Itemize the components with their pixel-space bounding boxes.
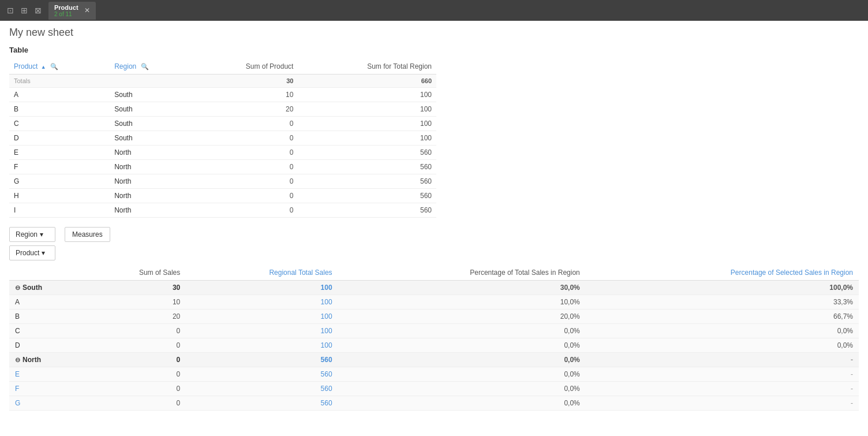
dash: - [851,370,853,378]
d-pct-total: 0,0% [338,338,586,353]
a-pct-total: 10,0% [338,295,586,310]
pivot-table: Sum of Sales Regional Total Sales Percen… [9,265,859,411]
b-regional-total: 100 [186,310,338,324]
sum-region-cell: 560 [298,174,436,189]
region-btn-label: Region [16,230,38,239]
region-cell: South [110,117,191,131]
region-dropdown-icon: ▾ [40,230,43,239]
e-sum-sales: 0 [78,367,186,382]
region-cell: North [110,203,191,218]
a-regional-total: 100 [186,295,338,310]
totals-sum-product: 30 [191,74,298,88]
pivot-col-pct-selected: Percentage of Selected Sales in Region [586,265,859,281]
d-pct-selected: 0,0% [586,338,859,353]
row-label-f: F [9,382,78,396]
south-pct-selected: 100,0% [586,281,859,295]
table-row: E 0 560 0,0% - [9,367,859,382]
col-product-label: Product [14,62,38,70]
table-row: F North 0 560 [9,160,436,174]
selection-icon[interactable]: ⊡ [5,5,16,16]
row-label-b: B [9,310,78,324]
product-cell: B [9,102,110,117]
table-row: A 10 100 10,0% 33,3% [9,295,859,310]
main-table: Product ▲ 🔍 Region 🔍 Sum of Product Sum … [9,59,436,218]
c-regional-total: 100 [186,324,338,338]
product-pivot-button[interactable]: Product ▾ [9,245,55,260]
g-pct-total: 0,0% [338,396,586,411]
north-regional-total: 560 [186,353,338,367]
sum-product-cell: 0 [191,189,298,203]
toolbar-icons: ⊡ ⊞ ⊠ [5,5,44,16]
b-sum-sales: 20 [78,310,186,324]
sort-asc-icon[interactable]: ▲ [41,64,46,70]
region-cell: North [110,174,191,189]
sum-product-cell: 10 [191,88,298,102]
measures-button[interactable]: Measures [65,227,110,242]
table-row: D 0 100 0,0% 0,0% [9,338,859,353]
a-sum-sales: 10 [78,295,186,310]
pivot-wrapper: Sum of Sales Regional Total Sales Percen… [9,265,859,411]
product-cell: F [9,160,110,174]
totals-region [110,74,191,88]
table-row: C South 0 100 [9,117,436,131]
south-group-label: ⊖South [9,281,78,295]
product-cell: H [9,189,110,203]
row-label-e: E [9,367,78,382]
region-cell: South [110,131,191,146]
pivot-col-pct-total: Percentage of Total Sales in Region [338,265,586,281]
expand-icon[interactable]: ⊞ [18,5,30,16]
tab-close-button[interactable]: ✕ [84,6,90,14]
row-label-c: C [9,324,78,338]
north-collapse-icon[interactable]: ⊖ [15,356,20,363]
g-sum-sales: 0 [78,396,186,411]
row-label-d: D [9,338,78,353]
search-product-icon[interactable]: 🔍 [50,63,58,70]
product-cell: A [9,88,110,102]
page-content: My new sheet Table Product ▲ 🔍 Region 🔍 … [0,21,868,416]
product-cell: E [9,146,110,160]
table-row: F 0 560 0,0% - [9,382,859,396]
sum-product-cell: 0 [191,146,298,160]
sum-region-cell: 560 [298,189,436,203]
sum-region-cell: 100 [298,117,436,131]
tab-subtitle: 2 of 11 [54,11,78,17]
close-selection-icon[interactable]: ⊠ [32,5,44,16]
e-pct-total: 0,0% [338,367,586,382]
col-header-product: Product ▲ 🔍 [9,59,110,74]
table-row: B 20 100 20,0% 66,7% [9,310,859,324]
north-pct-selected: - [586,353,859,367]
region-pivot-button[interactable]: Region ▾ [9,227,55,242]
south-pct-total: 30,0% [338,281,586,295]
sum-product-cell: 0 [191,131,298,146]
north-sum-sales: 0 [78,353,186,367]
table-row: H North 0 560 [9,189,436,203]
product-tab[interactable]: Product 2 of 11 ✕ [48,2,96,20]
e-pct-selected: - [586,367,859,382]
north-group-label: ⊖North [9,353,78,367]
region-cell: North [110,160,191,174]
south-collapse-icon[interactable]: ⊖ [15,284,20,291]
tab-title: Product [54,4,78,11]
search-region-icon[interactable]: 🔍 [141,63,149,70]
a-pct-selected: 33,3% [586,295,859,310]
table-row: I North 0 560 [9,203,436,218]
totals-row: Totals 30 660 [9,74,436,88]
table-section-label: Table [9,46,859,54]
sum-region-cell: 560 [298,146,436,160]
g-regional-total: 560 [186,396,338,411]
sum-region-cell: 100 [298,102,436,117]
table-row: E North 0 560 [9,146,436,160]
sum-product-cell: 0 [191,203,298,218]
table-row: C 0 100 0,0% 0,0% [9,324,859,338]
c-pct-total: 0,0% [338,324,586,338]
sum-region-cell: 100 [298,131,436,146]
f-pct-selected: - [586,382,859,396]
sheet-title: My new sheet [9,27,859,39]
c-sum-sales: 0 [78,324,186,338]
dash: - [851,399,853,407]
product-dropdown-icon: ▾ [42,249,45,257]
pivot-col-header-dim [9,265,78,281]
d-regional-total: 100 [186,338,338,353]
dash: - [851,356,853,364]
table-row: D South 0 100 [9,131,436,146]
